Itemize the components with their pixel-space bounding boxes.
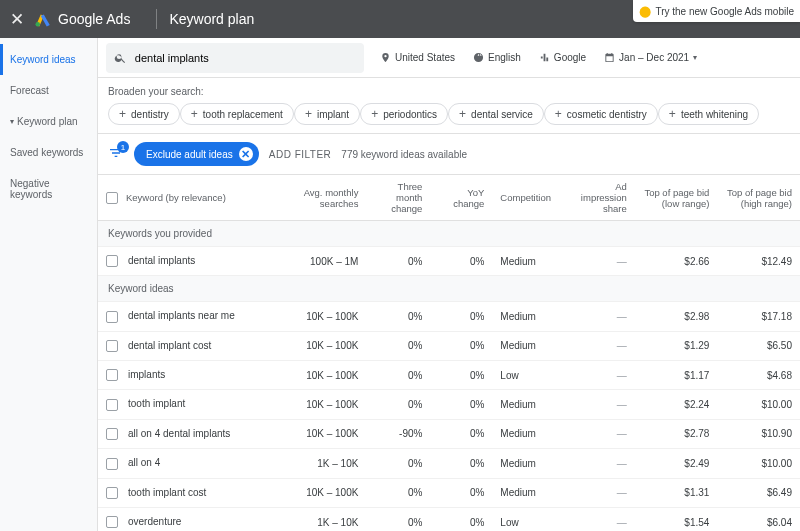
cell-kw: all on 4 dental implants bbox=[98, 419, 263, 448]
cell-ams: 1K – 10K bbox=[263, 507, 366, 531]
cell-kw: tooth implant bbox=[98, 390, 263, 419]
cell-kw: implants bbox=[98, 361, 263, 390]
daterange-filter[interactable]: Jan – Dec 2021 ▾ bbox=[596, 46, 705, 69]
cell-yoy: 0% bbox=[430, 478, 492, 507]
sidebar-item-keyword-ideas[interactable]: Keyword ideas bbox=[0, 44, 97, 75]
cell-yoy: 0% bbox=[430, 331, 492, 360]
table-row: all on 41K – 10K0%0%Medium—$2.49$10.00 bbox=[98, 449, 800, 478]
table-row: overdenture1K – 10K0%0%Low—$1.54$6.04 bbox=[98, 507, 800, 531]
table-row: all on 4 dental implants10K – 100K-90%0%… bbox=[98, 419, 800, 448]
row-checkbox[interactable] bbox=[106, 369, 118, 381]
cell-comp: Low bbox=[492, 507, 560, 531]
calendar-icon bbox=[604, 52, 615, 63]
col-ais[interactable]: Ad impression share bbox=[560, 175, 634, 221]
cell-kw: overdenture bbox=[98, 507, 263, 531]
promo-banner[interactable]: ⬤ Try the new Google Ads mobile bbox=[633, 0, 800, 22]
promo-text: Try the new Google Ads mobile bbox=[655, 6, 794, 17]
broaden-chip-implant[interactable]: +implant bbox=[294, 103, 360, 125]
row-checkbox[interactable] bbox=[106, 255, 118, 267]
col-comp[interactable]: Competition bbox=[492, 175, 560, 221]
ideas-available-text: 779 keyword ideas available bbox=[341, 149, 467, 160]
row-checkbox[interactable] bbox=[106, 516, 118, 528]
exclude-adult-pill[interactable]: Exclude adult ideas ✕ bbox=[134, 142, 259, 166]
broaden-chip-teeth-whitening[interactable]: +teeth whitening bbox=[658, 103, 759, 125]
google-ads-logo-icon bbox=[34, 10, 52, 28]
cell-ams: 10K – 100K bbox=[263, 331, 366, 360]
broaden-row: Broaden your search: +dentistry+tooth re… bbox=[98, 78, 800, 134]
col-yoy[interactable]: YoY change bbox=[430, 175, 492, 221]
cell-high: $6.50 bbox=[717, 331, 800, 360]
cell-ais: — bbox=[560, 390, 634, 419]
filter-bar: 1 Exclude adult ideas ✕ ADD FILTER 779 k… bbox=[98, 134, 800, 175]
row-checkbox[interactable] bbox=[106, 311, 118, 323]
table-row: dental implants near me10K – 100K0%0%Med… bbox=[98, 302, 800, 331]
row-checkbox[interactable] bbox=[106, 340, 118, 352]
broaden-chip-tooth-replacement[interactable]: +tooth replacement bbox=[180, 103, 294, 125]
cell-low: $2.78 bbox=[635, 419, 718, 448]
cell-comp: Medium bbox=[492, 478, 560, 507]
main-content: United States English Google Jan – Dec 2… bbox=[98, 38, 800, 531]
search-box[interactable] bbox=[106, 43, 364, 73]
sidebar-item-keyword-plan[interactable]: ▾Keyword plan bbox=[0, 106, 97, 137]
cell-comp: Medium bbox=[492, 419, 560, 448]
broaden-chip-cosmetic-dentistry[interactable]: +cosmetic dentistry bbox=[544, 103, 658, 125]
cell-yoy: 0% bbox=[430, 361, 492, 390]
col-low[interactable]: Top of page bid (low range) bbox=[635, 175, 718, 221]
cell-ams: 10K – 100K bbox=[263, 302, 366, 331]
cell-yoy: 0% bbox=[430, 449, 492, 478]
col-high[interactable]: Top of page bid (high range) bbox=[717, 175, 800, 221]
col-ams[interactable]: Avg. monthly searches bbox=[263, 175, 366, 221]
row-checkbox[interactable] bbox=[106, 487, 118, 499]
cell-tmc: 0% bbox=[366, 361, 430, 390]
broaden-label: Broaden your search: bbox=[108, 86, 204, 97]
network-filter[interactable]: Google bbox=[531, 46, 594, 69]
row-checkbox[interactable] bbox=[106, 458, 118, 470]
cell-comp: Medium bbox=[492, 390, 560, 419]
cell-low: $2.49 bbox=[635, 449, 718, 478]
cell-kw: all on 4 bbox=[98, 449, 263, 478]
row-checkbox[interactable] bbox=[106, 428, 118, 440]
app-header: ✕ Google Ads Keyword plan ⬤ Try the new … bbox=[0, 0, 800, 38]
cell-tmc: 0% bbox=[366, 478, 430, 507]
remove-filter-icon[interactable]: ✕ bbox=[239, 147, 253, 161]
cell-high: $6.04 bbox=[717, 507, 800, 531]
cell-high: $17.18 bbox=[717, 302, 800, 331]
cell-low: $1.29 bbox=[635, 331, 718, 360]
filter-funnel-icon[interactable]: 1 bbox=[108, 145, 124, 163]
broaden-chip-dentistry[interactable]: +dentistry bbox=[108, 103, 180, 125]
cell-tmc: 0% bbox=[366, 302, 430, 331]
language-filter[interactable]: English bbox=[465, 46, 529, 69]
plus-icon: + bbox=[555, 108, 562, 120]
google-ads-logo: Google Ads bbox=[34, 10, 130, 28]
cell-high: $6.49 bbox=[717, 478, 800, 507]
plus-icon: + bbox=[191, 108, 198, 120]
svg-point-0 bbox=[36, 22, 41, 27]
table-row: tooth implant10K – 100K0%0%Medium—$2.24$… bbox=[98, 390, 800, 419]
cell-low: $1.17 bbox=[635, 361, 718, 390]
location-filter[interactable]: United States bbox=[372, 46, 463, 69]
plus-icon: + bbox=[119, 108, 126, 120]
table-row: dental implants100K – 1M0%0%Medium—$2.66… bbox=[98, 247, 800, 276]
search-input[interactable] bbox=[135, 52, 356, 64]
cell-kw: tooth implant cost bbox=[98, 478, 263, 507]
cell-comp: Medium bbox=[492, 302, 560, 331]
lightbulb-icon: ⬤ bbox=[639, 5, 651, 18]
broaden-chip-periodontics[interactable]: +periodontics bbox=[360, 103, 448, 125]
sidebar-item-negative-keywords[interactable]: Negative keywords bbox=[0, 168, 97, 210]
table-row: implants10K – 100K0%0%Low—$1.17$4.68 bbox=[98, 361, 800, 390]
sidebar-item-saved-keywords[interactable]: Saved keywords bbox=[0, 137, 97, 168]
sidebar-item-forecast[interactable]: Forecast bbox=[0, 75, 97, 106]
cell-ais: — bbox=[560, 331, 634, 360]
cell-low: $2.66 bbox=[635, 247, 718, 276]
col-keyword[interactable]: Keyword (by relevance) bbox=[98, 175, 263, 221]
chevron-down-icon: ▾ bbox=[693, 53, 697, 62]
plus-icon: + bbox=[305, 108, 312, 120]
close-icon[interactable]: ✕ bbox=[10, 9, 24, 30]
broaden-chip-dental-service[interactable]: +dental service bbox=[448, 103, 544, 125]
row-checkbox[interactable] bbox=[106, 399, 118, 411]
cell-tmc: 0% bbox=[366, 449, 430, 478]
select-all-checkbox[interactable] bbox=[106, 192, 118, 204]
col-tmc[interactable]: Three month change bbox=[366, 175, 430, 221]
cell-ais: — bbox=[560, 247, 634, 276]
add-filter-button[interactable]: ADD FILTER bbox=[269, 149, 332, 160]
